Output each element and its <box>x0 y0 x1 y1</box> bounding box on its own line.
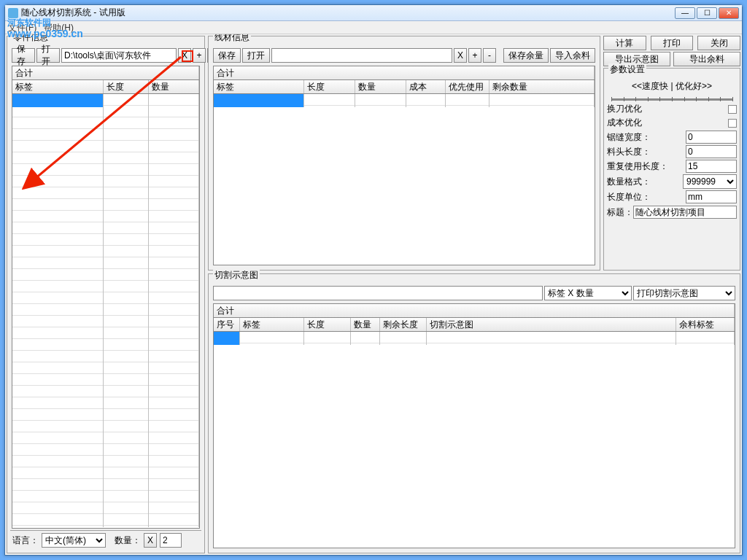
table-row[interactable] <box>12 304 199 316</box>
calc-button[interactable]: 计算 <box>603 36 646 50</box>
maximize-button[interactable]: ☐ <box>697 7 717 19</box>
parts-save-button[interactable]: 保存 <box>12 48 35 63</box>
mat-col-remain[interactable]: 剩余数量 <box>489 80 595 93</box>
optimize-slider[interactable]: for(let i=0;i<=10;i++)document.write('<s… <box>611 98 732 101</box>
parts-open-button[interactable]: 打开 <box>36 48 60 63</box>
mat-header: 标签 长度 数量 成本 优先使用 剩余数量 <box>214 80 595 94</box>
parts-col-qty[interactable]: 数量 <box>149 80 199 93</box>
minimize-button[interactable]: — <box>675 7 695 19</box>
parts-x-button[interactable]: X <box>178 48 191 63</box>
parts-path-input[interactable] <box>61 48 177 63</box>
cost-opt-checkbox[interactable] <box>728 119 737 128</box>
export-remain-button[interactable]: 导出余料 <box>673 52 740 66</box>
knife-opt-checkbox[interactable] <box>728 105 737 114</box>
table-row[interactable] <box>12 199 199 211</box>
qty-input[interactable] <box>160 533 182 548</box>
table-row[interactable] <box>12 327 199 339</box>
table-row[interactable] <box>12 467 199 479</box>
cut-path-input[interactable] <box>213 286 543 300</box>
cut-dd1-select[interactable]: 标签 X 数量 <box>544 286 632 300</box>
table-row[interactable] <box>12 456 199 467</box>
table-row[interactable] <box>12 106 199 117</box>
table-row[interactable] <box>12 176 199 187</box>
app-close-button[interactable]: 关闭 <box>697 36 740 50</box>
table-row[interactable] <box>12 339 199 351</box>
cut-col-diagram[interactable]: 切割示意图 <box>427 318 676 331</box>
cut-col-no[interactable]: 序号 <box>214 318 240 331</box>
table-row[interactable] <box>12 129 199 141</box>
table-row[interactable] <box>214 332 735 343</box>
mat-path-input[interactable] <box>271 48 452 63</box>
table-row[interactable] <box>12 362 199 374</box>
mat-open-button[interactable]: 打开 <box>242 48 270 63</box>
unit-input[interactable] <box>686 190 737 203</box>
table-row[interactable] <box>12 257 199 269</box>
table-row[interactable] <box>12 234 199 246</box>
mat-col-qty[interactable]: 数量 <box>355 80 406 93</box>
mat-save-remain-button[interactable]: 保存余量 <box>503 48 549 63</box>
table-row[interactable] <box>12 409 199 421</box>
mat-save-button[interactable]: 保存 <box>213 48 241 63</box>
table-row[interactable] <box>12 514 199 526</box>
kerf-input[interactable] <box>686 131 737 144</box>
head-input[interactable] <box>686 145 737 158</box>
mat-x-button[interactable]: X <box>454 48 467 63</box>
table-row[interactable] <box>12 421 199 432</box>
table-row[interactable] <box>214 94 595 106</box>
table-row[interactable] <box>12 444 199 456</box>
mat-plus-button[interactable]: + <box>468 48 481 63</box>
cut-col-qty[interactable]: 数量 <box>351 318 380 331</box>
table-row[interactable] <box>12 164 199 176</box>
close-button[interactable]: ✕ <box>719 7 739 19</box>
fmt-select[interactable]: 999999 <box>683 174 737 189</box>
parts-col-label[interactable]: 标签 <box>12 80 104 93</box>
parts-tbody[interactable]: document.write(Array.from({length:36}).m… <box>12 94 199 528</box>
table-row[interactable] <box>12 152 199 164</box>
table-row[interactable] <box>12 94 199 106</box>
cut-col-remlabel[interactable]: 余料标签 <box>676 318 735 331</box>
table-row[interactable] <box>12 222 199 234</box>
table-row[interactable] <box>12 432 199 444</box>
table-row[interactable] <box>12 292 199 304</box>
cut-tbody[interactable] <box>214 332 735 548</box>
table-row[interactable] <box>12 246 199 257</box>
table-row[interactable] <box>12 374 199 386</box>
table-row[interactable] <box>12 281 199 292</box>
cut-col-remlen[interactable]: 剩余长度 <box>380 318 427 331</box>
mat-col-label[interactable]: 标签 <box>214 80 304 93</box>
print-button[interactable]: 打印 <box>651 36 694 50</box>
reuse-input[interactable] <box>686 160 737 173</box>
table-row[interactable] <box>12 141 199 152</box>
table-row[interactable] <box>12 386 199 397</box>
table-row[interactable] <box>12 479 199 491</box>
table-row[interactable] <box>12 187 199 199</box>
mat-import-remain-button[interactable]: 导入余料 <box>550 48 595 63</box>
table-row[interactable] <box>12 316 199 327</box>
qty-x-button[interactable]: X <box>144 533 157 548</box>
window-title: 随心线材切割系统 - 试用版 <box>21 7 675 19</box>
mat-tbody[interactable] <box>214 94 595 265</box>
lang-select[interactable]: 中文(简体) <box>42 533 106 548</box>
table-row[interactable] <box>12 502 199 514</box>
menu-file[interactable]: 文件(F) <box>8 22 36 33</box>
qty-label: 数量： <box>115 534 141 547</box>
reuse-label: 重复使用长度： <box>607 160 668 173</box>
mat-minus-button[interactable]: - <box>483 48 496 63</box>
table-row[interactable] <box>12 211 199 222</box>
table-row[interactable] <box>12 491 199 502</box>
table-row[interactable] <box>12 269 199 281</box>
cut-col-length[interactable]: 长度 <box>304 318 351 331</box>
mat-col-length[interactable]: 长度 <box>304 80 355 93</box>
cut-col-label[interactable]: 标签 <box>240 318 304 331</box>
title-input[interactable] <box>633 206 737 219</box>
head-label: 料头长度： <box>607 146 651 158</box>
table-row[interactable] <box>12 351 199 362</box>
cut-dd2-select[interactable]: 打印切割示意图 <box>633 286 735 300</box>
table-row[interactable] <box>12 117 199 129</box>
table-row[interactable] <box>12 397 199 409</box>
parts-plus-button[interactable]: + <box>193 48 206 63</box>
mat-col-prio[interactable]: 优先使用 <box>446 80 489 93</box>
mat-col-cost[interactable]: 成本 <box>406 80 446 93</box>
parts-col-length[interactable]: 长度 <box>104 80 149 93</box>
menu-help[interactable]: 帮助(H) <box>44 22 74 33</box>
